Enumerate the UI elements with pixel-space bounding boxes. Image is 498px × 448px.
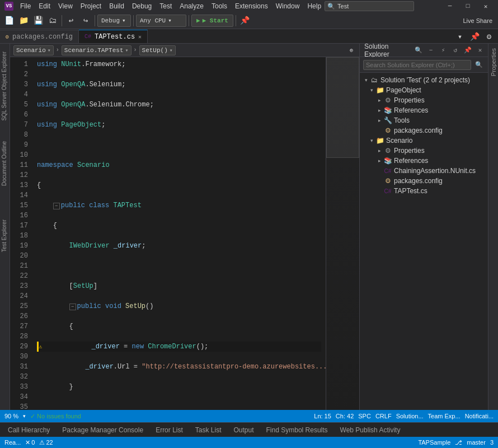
save-button[interactable]: 💾: [31, 14, 45, 27]
tree-packages-1[interactable]: ⚙ packages.config: [360, 125, 488, 136]
se-search-input[interactable]: [363, 60, 471, 70]
ref2-chevron[interactable]: ▸: [375, 157, 383, 165]
git-master[interactable]: master: [467, 439, 486, 446]
bottom-tab-bar: Call Hierarchy Package Manager Console E…: [0, 422, 498, 437]
pageobject-chevron[interactable]: ▾: [368, 86, 375, 94]
notifications-tab-btn[interactable]: Notificati...: [465, 413, 494, 419]
menu-analyze[interactable]: Analyze: [176, 1, 207, 11]
tab-pin-button[interactable]: 📌: [468, 30, 481, 43]
menu-test[interactable]: Test: [156, 1, 175, 11]
properties-icon-2: ⚙: [383, 146, 392, 155]
title-bar: VS File Edit View Project Build Debug Te…: [0, 0, 498, 12]
code-content[interactable]: using NUnit.Framework; using OpenQA.Sele…: [32, 57, 326, 410]
tree-properties-2[interactable]: ▸ ⚙ Properties: [360, 146, 488, 156]
platform-dropdown[interactable]: Any CPU ▾: [136, 15, 186, 27]
tab-error-list[interactable]: Error List: [150, 423, 189, 437]
se-refresh-btn[interactable]: ↺: [450, 45, 461, 56]
tree-packages-2[interactable]: ▸ ⚙ packages.config: [360, 176, 488, 186]
tab-taptest-cs[interactable]: C# TAPTest.cs ✕: [79, 30, 148, 43]
scenario-chevron[interactable]: ▾: [368, 137, 375, 144]
se-collapse-btn[interactable]: −: [425, 45, 436, 56]
method-dropdown[interactable]: SetUp() ▾: [139, 45, 176, 55]
code-editor[interactable]: 12345 678910 1112131415 1617181920 21222…: [10, 57, 359, 410]
tree-references-2[interactable]: ▸ 📚 References: [360, 156, 488, 166]
new-file-button[interactable]: 📄: [2, 14, 16, 27]
tree-chaining[interactable]: ▸ C# ChainingAssertion.NUnit.cs: [360, 166, 488, 176]
close-button[interactable]: ✕: [478, 0, 494, 12]
tab-package-manager[interactable]: Package Manager Console: [57, 423, 149, 437]
editor-area: Scenario ▾ › Scenario.TAPTest ▾ › SetUp(…: [10, 44, 359, 410]
open-file-button[interactable]: 📁: [17, 14, 30, 27]
tree-solution[interactable]: ▾ 🗂 Solution 'Test' (2 of 2 projects): [360, 75, 488, 85]
title-search[interactable]: 🔍 Test: [325, 1, 414, 11]
document-outline-label[interactable]: Document Outline: [0, 139, 8, 188]
solution-tab-btn[interactable]: Solution...: [396, 413, 424, 419]
tree-properties-1[interactable]: ▸ ⚙ Properties: [360, 95, 488, 105]
menu-help[interactable]: Help: [304, 1, 325, 11]
live-share-button[interactable]: Live Share: [459, 14, 496, 27]
tab-packages-config[interactable]: ⚙ packages.config: [0, 30, 79, 43]
tab-list-button[interactable]: ▾: [453, 30, 467, 43]
ref1-chevron[interactable]: ▸: [375, 106, 383, 114]
class-dropdown[interactable]: Scenario.TAPTest ▾: [62, 45, 131, 55]
se-toolbar-buttons: 🔍 − ⚡ ↺ 📌 ✕: [413, 45, 486, 56]
props2-chevron[interactable]: ▸: [375, 147, 383, 155]
menu-build[interactable]: Build: [106, 1, 128, 11]
menu-project[interactable]: Project: [77, 1, 105, 11]
zoom-level[interactable]: 90 %: [4, 413, 18, 419]
tree-scenario[interactable]: ▾ 📁 Scenario: [360, 136, 488, 146]
tree-taptest[interactable]: ▸ C# TAPTest.cs: [360, 186, 488, 196]
tab-call-hierarchy[interactable]: Call Hierarchy: [2, 423, 55, 437]
tab-web-publish[interactable]: Web Publish Activity: [335, 423, 406, 437]
tree-tools[interactable]: ▸ 🔧 Tools: [360, 115, 488, 125]
notification-count[interactable]: 3: [490, 439, 494, 446]
menu-view[interactable]: View: [55, 1, 76, 11]
tab-close-icon[interactable]: ✕: [138, 34, 142, 40]
branch-name[interactable]: TAPSample: [418, 439, 450, 446]
spc-indicator[interactable]: SPC: [358, 413, 371, 419]
se-properties-btn[interactable]: ⚡: [438, 45, 449, 56]
attach-button[interactable]: 📌: [238, 14, 252, 27]
nav-extra-button[interactable]: ⊕: [347, 46, 356, 55]
tab-output[interactable]: Output: [228, 423, 260, 437]
menu-edit[interactable]: Edit: [35, 1, 54, 11]
se-search-go[interactable]: 🔍: [473, 59, 485, 71]
tree-pageobject[interactable]: ▾ 📁 PageObject: [360, 85, 488, 95]
menu-window[interactable]: Window: [273, 1, 303, 11]
tree-references-1[interactable]: ▸ 📚 References: [360, 105, 488, 115]
crlf-indicator[interactable]: CRLF: [375, 413, 392, 419]
menu-tools[interactable]: Tools: [208, 1, 231, 11]
tab-find-symbol[interactable]: Find Symbol Results: [261, 423, 333, 437]
team-explorer-tab-btn[interactable]: Team Exp...: [428, 413, 461, 419]
solution-chevron[interactable]: ▾: [362, 76, 370, 84]
debug-config-dropdown[interactable]: Debug ▾: [97, 15, 131, 27]
se-pin-btn[interactable]: 📌: [462, 45, 473, 56]
menu-file[interactable]: File: [17, 1, 34, 11]
sql-explorer-label[interactable]: SQL Server Object Explorer: [0, 49, 8, 123]
tab-settings-button[interactable]: ⚙: [482, 30, 496, 43]
namespace-dropdown[interactable]: Scenario ▾: [13, 45, 54, 55]
tools-chevron[interactable]: ▸: [375, 116, 383, 124]
properties-vertical-label[interactable]: Properties: [489, 46, 498, 78]
method-arrow: ▾: [170, 47, 173, 54]
minimap[interactable]: [326, 57, 359, 410]
maximize-button[interactable]: □: [460, 0, 476, 12]
start-button[interactable]: ▶ ▶ Start: [191, 15, 233, 27]
class-arrow: ▾: [125, 47, 128, 54]
tools-icon: 🔧: [383, 116, 392, 125]
zoom-dropdown-icon[interactable]: ▾: [23, 413, 26, 419]
left-panel: SQL Server Object Explorer Document Outl…: [0, 44, 10, 410]
tab-task-list[interactable]: Task List: [190, 423, 227, 437]
menu-extensions[interactable]: Extensions: [232, 1, 271, 11]
se-search-btn[interactable]: 🔍: [413, 45, 424, 56]
se-close-btn[interactable]: ✕: [474, 45, 486, 56]
test-explorer-label[interactable]: Test Explorer: [0, 217, 8, 254]
redo-button[interactable]: ↪: [79, 14, 92, 27]
line-numbers: 12345 678910 1112131415 1617181920 21222…: [10, 57, 32, 410]
props1-chevron[interactable]: ▸: [375, 96, 383, 104]
save-all-button[interactable]: 🗂: [46, 14, 59, 27]
menu-debug[interactable]: Debug: [129, 1, 155, 11]
references-icon-1: 📚: [383, 106, 392, 115]
minimize-button[interactable]: ─: [442, 0, 458, 12]
undo-button[interactable]: ↩: [64, 14, 78, 27]
